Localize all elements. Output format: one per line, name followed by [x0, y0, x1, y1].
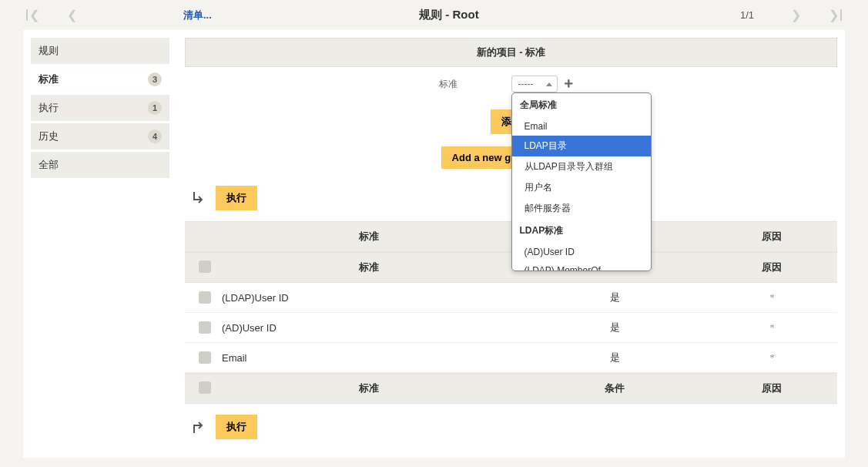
add-icon[interactable]: ➕︎ — [565, 77, 573, 89]
main-content: 新的项目 - 标准 标准 ----- ➕︎ 全局标准 Email LDAP目录 … — [177, 30, 845, 458]
sidebar-label: 历史 — [39, 129, 59, 143]
cell-reason: * — [713, 351, 831, 364]
page-title: 规则 - Root — [181, 8, 717, 22]
top-navigation: ❮ ❮ 清单... 规则 - Root 1/1 ❯ ❯ — [0, 0, 868, 30]
sidebar-tab-execute[interactable]: 执行 1 — [31, 95, 169, 121]
dropdown-group-global: 全局标准 — [512, 93, 651, 117]
arrow-up-right-icon — [189, 419, 208, 435]
execute-button[interactable]: 执行 — [216, 186, 257, 210]
col-criteria: 标准 — [219, 381, 517, 395]
nav-next-icon[interactable]: ❯ — [777, 8, 815, 22]
sidebar-tab-rules[interactable]: 规则 — [31, 38, 169, 64]
checkbox-all-bottom[interactable] — [199, 381, 211, 394]
row-checkbox[interactable] — [199, 351, 211, 364]
sidebar-tab-history[interactable]: 历史 4 — [31, 123, 169, 150]
cell-condition: 是 — [517, 291, 713, 304]
col-condition: 条件 — [517, 381, 713, 395]
dropdown-item-mailserver[interactable]: 邮件服务器 — [512, 198, 651, 219]
sidebar-label: 标准 — [39, 72, 59, 86]
sidebar-label: 执行 — [39, 101, 59, 115]
dropdown-item-ldap-import[interactable]: 从LDAP目录导入群组 — [512, 156, 651, 177]
dropdown-item-ldap-dir[interactable]: LDAP目录 — [512, 136, 651, 156]
table-row: (LDAP)User ID 是 * — [185, 283, 837, 313]
col-reason: 原因 — [713, 260, 831, 274]
execute-button[interactable]: 执行 — [216, 415, 257, 439]
nav-prev-icon[interactable]: ❮ — [53, 8, 91, 22]
execute-row-bottom: 执行 — [185, 404, 837, 450]
sidebar-tab-criteria[interactable]: 标准 3 — [31, 66, 169, 92]
dropdown-item-username[interactable]: 用户名 — [512, 177, 651, 198]
page-counter: 1/1 — [717, 9, 777, 21]
row-checkbox[interactable] — [199, 291, 211, 304]
cell-condition: 是 — [517, 351, 713, 365]
arrow-down-right-icon — [189, 190, 208, 206]
dropdown-item-ldap-memberof[interactable]: (LDAP) MemberOf — [512, 261, 651, 270]
row-checkbox[interactable] — [199, 321, 211, 334]
dropdown-item-ad-userid[interactable]: (AD)User ID — [512, 243, 651, 261]
table-row: (AD)User ID 是 * — [185, 313, 837, 343]
cell-reason: * — [713, 291, 831, 304]
form-header: 新的项目 - 标准 — [185, 38, 837, 67]
cell-criteria: (AD)User ID — [219, 322, 517, 334]
criteria-dropdown: 全局标准 Email LDAP目录 从LDAP目录导入群组 用户名 邮件服务器 … — [511, 92, 652, 271]
col-criteria: 标准 — [219, 230, 517, 244]
dropdown-group-ldap: LDAP标准 — [512, 219, 651, 243]
table-footer: 标准 条件 原因 — [185, 373, 837, 404]
nav-last-icon[interactable]: ❯ — [815, 8, 853, 22]
col-criteria: 标准 — [219, 260, 517, 274]
criteria-field-row: 标准 ----- ➕︎ 全局标准 Email LDAP目录 从LDAP目录导入群… — [185, 69, 837, 103]
sidebar: 规则 标准 3 执行 1 历史 4 全部 — [23, 30, 177, 458]
sidebar-tab-all[interactable]: 全部 — [31, 152, 169, 178]
col-reason: 原因 — [713, 230, 831, 244]
criteria-select[interactable]: ----- — [511, 76, 558, 92]
checkbox-all[interactable] — [199, 260, 211, 273]
cell-criteria: (LDAP)User ID — [219, 292, 517, 304]
sidebar-count-badge: 3 — [148, 72, 162, 86]
criteria-label: 标准 — [185, 78, 511, 91]
table-row: Email 是 * — [185, 343, 837, 373]
cell-reason: * — [713, 321, 831, 334]
col-reason: 原因 — [713, 381, 831, 395]
nav-first-icon[interactable]: ❮ — [15, 8, 53, 22]
sidebar-label: 规则 — [39, 44, 59, 58]
cell-criteria: Email — [219, 352, 517, 364]
cell-condition: 是 — [517, 321, 713, 334]
sidebar-label: 全部 — [39, 158, 59, 172]
dropdown-item-email[interactable]: Email — [512, 117, 651, 136]
sidebar-count-badge: 1 — [148, 101, 162, 115]
sidebar-count-badge: 4 — [148, 129, 162, 143]
